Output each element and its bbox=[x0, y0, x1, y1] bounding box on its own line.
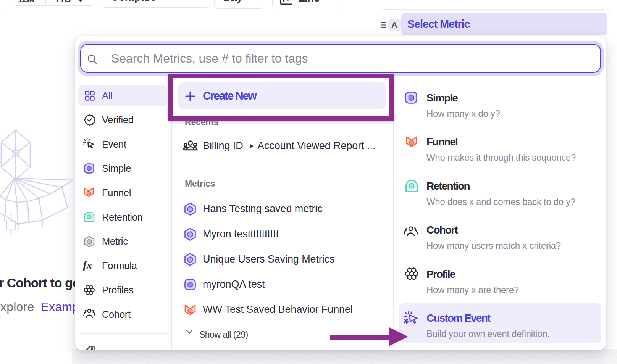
svg-text:fx: fx bbox=[83, 260, 92, 271]
